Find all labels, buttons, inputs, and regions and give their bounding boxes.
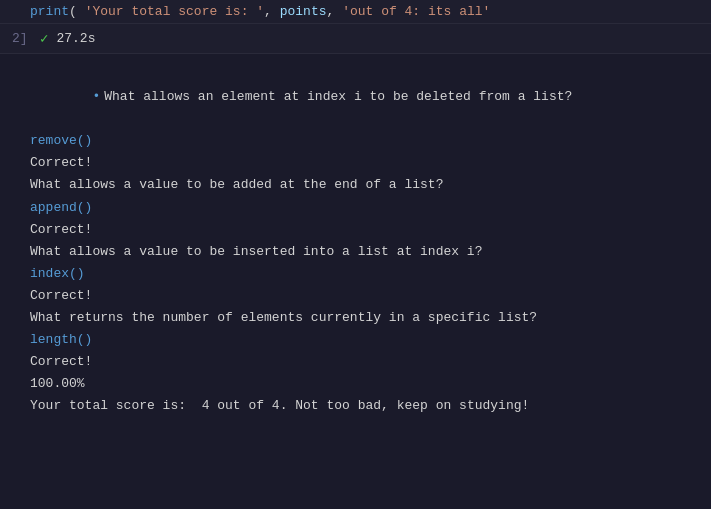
answer-1: remove() (30, 130, 681, 152)
correct-1: Correct! (30, 152, 681, 174)
check-icon: ✓ (40, 30, 48, 47)
of-text: of (248, 398, 264, 413)
result-message: Your total score is: 4 out of 4. Not too… (30, 395, 681, 417)
points-var: points (280, 4, 327, 19)
answer-3: index() (30, 263, 681, 285)
answer-4: length() (30, 329, 681, 351)
output-group-3: What allows a value to be inserted into … (30, 241, 681, 307)
code-top-bar: print( 'Your total score is: ', points, … (0, 0, 711, 24)
correct-3: Correct! (30, 285, 681, 307)
bullet-icon-1: • (92, 89, 100, 104)
score-percentage: 100.00% (30, 373, 681, 395)
output-group-1: •What allows an element at index i to be… (30, 64, 681, 174)
correct-4: Correct! (30, 351, 681, 373)
question-4: What returns the number of elements curr… (30, 307, 681, 329)
question-2: What allows a value to be added at the e… (30, 174, 681, 196)
timing-value: 27.2s (56, 31, 95, 46)
answer-2: append() (30, 197, 681, 219)
question-1: •What allows an element at index i to be… (30, 64, 681, 130)
string-literal-1: 'Your total score is: ' (85, 4, 264, 19)
string-literal-2: 'out of 4: its all' (342, 4, 490, 19)
correct-2: Correct! (30, 219, 681, 241)
print-keyword: print (30, 4, 69, 19)
output-area: •What allows an element at index i to be… (0, 54, 711, 509)
timing-bar: 2] ✓ 27.2s (0, 24, 711, 54)
line-number: 2] (12, 31, 32, 46)
output-group-2: What allows a value to be added at the e… (30, 174, 681, 240)
output-group-4: What returns the number of elements curr… (30, 307, 681, 373)
terminal-container: print( 'Your total score is: ', points, … (0, 0, 711, 509)
question-3: What allows a value to be inserted into … (30, 241, 681, 263)
